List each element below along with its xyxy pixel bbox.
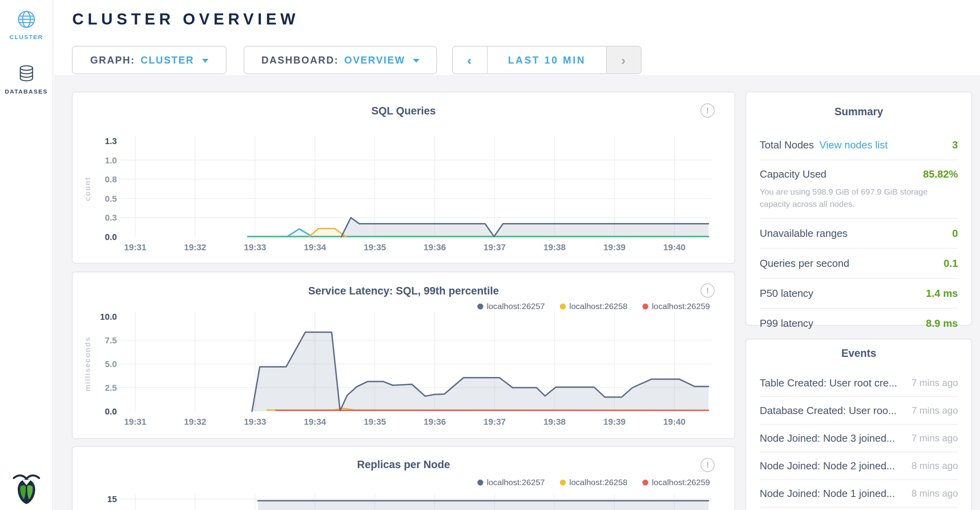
sql-queries-card: SQL Queries ! 19:3119:3219:3319:3419:351… (72, 92, 735, 264)
svg-text:19:38: 19:38 (543, 242, 565, 252)
svg-text:19:31: 19:31 (124, 242, 146, 252)
summary-row: Capacity Used85.82%You are using 598.9 G… (760, 160, 958, 219)
chevron-down-icon (202, 59, 208, 63)
event-time: 7 mins ago (912, 433, 958, 444)
svg-text:19:38: 19:38 (543, 417, 565, 427)
sql-queries-chart[interactable]: 19:3119:3219:3319:3419:3519:3619:3719:38… (73, 92, 736, 264)
summary-label: Queries per second (760, 257, 849, 270)
svg-text:0.0: 0.0 (105, 407, 117, 416)
summary-row: P99 latency8.9 ms (760, 309, 958, 338)
summary-value: 0.1 (944, 257, 958, 270)
event-row: Table Created: User root cre...7 mins ag… (760, 369, 958, 397)
summary-note: You are using 598.9 GiB of 697.9 GiB sto… (760, 184, 958, 218)
dashboard-dropdown[interactable]: DASHBOARD: OVERVIEW (244, 46, 437, 74)
svg-text:19:32: 19:32 (184, 242, 206, 252)
svg-text:19:34: 19:34 (304, 242, 326, 252)
summary-label: Capacity Used (760, 168, 826, 180)
summary-label: Unavailable ranges (760, 227, 848, 240)
svg-text:19:37: 19:37 (484, 417, 506, 427)
sidebar-item-databases[interactable]: DATABASES (0, 65, 53, 95)
svg-text:19:34: 19:34 (304, 417, 326, 427)
event-text: Node Joined: Node 1 joined... (760, 488, 895, 500)
event-text: Node Joined: Node 2 joined... (760, 460, 895, 472)
replicas-per-node-chart[interactable]: 19:3119:3219:3319:3419:3519:3619:3719:38… (73, 447, 736, 510)
events-panel: Events Table Created: User root cre...7 … (745, 339, 972, 510)
summary-value: 1.4 ms (926, 287, 958, 300)
service-latency-chart[interactable]: 19:3119:3219:3319:3419:3519:3619:3719:38… (73, 272, 736, 440)
page-title: CLUSTER OVERVIEW (72, 10, 299, 28)
time-range-next-button[interactable]: › (606, 47, 641, 73)
sidebar: CLUSTER DATABASES (0, 0, 53, 510)
event-time: 8 mins ago (912, 488, 958, 499)
replicas-per-node-card: Replicas per Node ! localhost:26257local… (72, 446, 735, 510)
database-icon (18, 65, 35, 83)
graph-dropdown[interactable]: GRAPH: CLUSTER (72, 46, 227, 74)
sidebar-databases-label: DATABASES (0, 88, 53, 95)
svg-text:19:40: 19:40 (663, 417, 685, 427)
summary-label: Total Nodes (760, 139, 814, 151)
view-nodes-link[interactable]: View nodes list (819, 139, 888, 151)
svg-text:15: 15 (107, 494, 117, 504)
svg-text:0.0: 0.0 (105, 232, 117, 242)
event-text: Database Created: User roo... (760, 405, 897, 417)
globe-icon (17, 10, 36, 28)
summary-label: P50 latency (760, 287, 813, 300)
event-text: Table Created: User root cre... (760, 377, 897, 389)
summary-value: 0 (952, 227, 958, 240)
svg-text:10.0: 10.0 (100, 312, 117, 322)
svg-text:7.5: 7.5 (105, 336, 117, 345)
chevron-down-icon (413, 59, 419, 63)
event-time: 7 mins ago (912, 405, 958, 416)
svg-text:milliseconds: milliseconds (83, 336, 92, 391)
svg-text:0.8: 0.8 (105, 174, 117, 184)
svg-text:19:35: 19:35 (364, 242, 386, 252)
svg-text:19:39: 19:39 (603, 417, 625, 427)
event-time: 8 mins ago (912, 460, 958, 471)
dashboard-dropdown-label: DASHBOARD: (261, 54, 339, 66)
svg-text:19:33: 19:33 (244, 242, 266, 252)
summary-row: Queries per second0.1 (760, 249, 958, 279)
time-range-selector: ‹ LAST 10 MIN › (452, 46, 642, 74)
sidebar-item-cluster[interactable]: CLUSTER (0, 10, 53, 40)
sidebar-cluster-label: CLUSTER (0, 34, 53, 40)
summary-row: Total NodesView nodes list3 (760, 130, 958, 160)
svg-text:0.5: 0.5 (105, 194, 117, 204)
svg-text:1.0: 1.0 (105, 156, 117, 165)
svg-text:19:32: 19:32 (184, 417, 206, 427)
svg-text:1.3: 1.3 (105, 136, 117, 146)
summary-rows: Total NodesView nodes list3Capacity Used… (760, 130, 958, 338)
svg-text:19:36: 19:36 (424, 417, 446, 427)
svg-text:19:35: 19:35 (364, 417, 386, 427)
svg-text:19:39: 19:39 (603, 242, 625, 252)
svg-text:0.3: 0.3 (105, 213, 117, 223)
summary-heading: Summary (746, 106, 971, 118)
summary-value: 85.82% (923, 168, 958, 180)
event-text: Node Joined: Node 3 joined... (760, 432, 895, 444)
summary-value: 3 (952, 139, 958, 151)
event-row: Node Joined: Node 2 joined...8 mins ago (760, 452, 958, 480)
svg-text:5.0: 5.0 (105, 359, 117, 369)
time-range-value[interactable]: LAST 10 MIN (488, 47, 606, 73)
events-heading: Events (746, 347, 971, 360)
events-rows: Table Created: User root cre...7 mins ag… (760, 369, 958, 508)
summary-row: Unavailable ranges0 (760, 219, 958, 249)
svg-text:19:40: 19:40 (663, 242, 685, 252)
summary-panel: Summary Total NodesView nodes list3Capac… (745, 92, 972, 326)
svg-text:19:31: 19:31 (124, 417, 146, 427)
cockroach-icon (12, 472, 41, 504)
summary-label: P99 latency (760, 317, 813, 330)
summary-row: P50 latency1.4 ms (760, 279, 958, 309)
event-row: Database Created: User roo...7 mins ago (760, 397, 958, 425)
svg-text:19:33: 19:33 (244, 417, 266, 427)
cockroachdb-logo (0, 472, 53, 506)
cockroachdb-admin-ui: CLUSTER DATABASES CLUSTER OVERVIEW (0, 0, 980, 510)
service-latency-card: Service Latency: SQL, 99th percentile ! … (72, 272, 735, 439)
svg-text:count: count (83, 177, 92, 201)
svg-text:2.5: 2.5 (105, 383, 117, 393)
event-time: 7 mins ago (912, 377, 958, 388)
summary-value: 8.9 ms (926, 317, 958, 330)
time-range-prev-button[interactable]: ‹ (453, 47, 488, 73)
graph-dropdown-label: GRAPH: (90, 54, 135, 66)
event-row: Node Joined: Node 3 joined...7 mins ago (760, 425, 958, 452)
graph-dropdown-value: CLUSTER (141, 54, 194, 66)
